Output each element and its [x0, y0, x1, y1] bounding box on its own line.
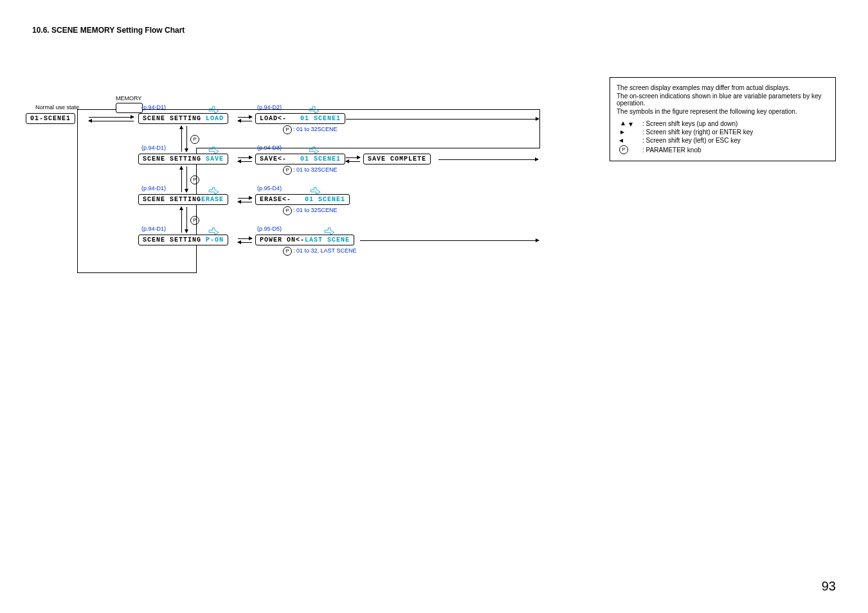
lcd-save-right: SAVE<- 01 SCENE1 — [255, 154, 345, 164]
arrow — [360, 240, 539, 241]
arrow — [181, 166, 182, 192]
legend-row-updown: : Screen shift keys (up and down) — [619, 120, 829, 127]
arrow — [238, 121, 252, 121]
p-knob-icon: P — [283, 206, 292, 215]
arrow — [186, 126, 187, 152]
lcd-text: POWER ON<- — [260, 236, 305, 244]
lcd-var: 01 SCENE1 — [305, 196, 345, 203]
legend-line2: The on-screen indications shown in blue … — [617, 93, 829, 107]
legend-row-p: P : PARAMETER knob — [619, 145, 829, 154]
ref-d1-load: (p.94-D1) — [141, 104, 166, 111]
arrow — [186, 166, 187, 192]
p-knob-icon: P — [190, 175, 199, 184]
arrow — [238, 161, 252, 162]
arrow-up-icon — [619, 121, 624, 127]
lcd-save-complete: SAVE COMPLETE — [363, 154, 431, 164]
lcd-text: SCENE SETTING — [143, 236, 206, 244]
arrow — [346, 119, 539, 120]
ref-d3: (p.94-D3) — [257, 145, 282, 151]
ref-d2: (p.94-D2) — [257, 104, 282, 111]
section-title: 10.6. SCENE MEMORY Setting Flow Chart — [32, 26, 836, 35]
memory-label: MEMORY — [116, 95, 141, 102]
lcd-text: SCENE SETTING — [143, 115, 206, 122]
legend-box: The screen display examples may differ f… — [610, 77, 836, 161]
p-knob-icon: P — [283, 125, 292, 134]
lcd-var: 01 SCENE1 — [300, 115, 341, 122]
ref-d1-pon: (p.94-D1) — [141, 226, 166, 232]
p-range: : 01 to 32SCENE — [293, 166, 338, 173]
p-range: : 01 to 32SCENE — [293, 207, 338, 213]
arrow — [89, 117, 134, 118]
lcd-var: 01 SCENE1 — [300, 155, 341, 163]
p-knob-icon: P — [190, 216, 199, 225]
arrow — [238, 198, 252, 199]
legend-text: : Screen shift key (left) or ESC key — [642, 137, 741, 144]
lcd-var: SAVE — [206, 155, 224, 163]
lcd-load-left: SCENE SETTING LOAD — [138, 113, 228, 124]
lcd-var: LAST SCENE — [305, 236, 350, 244]
arrow-down-icon — [627, 121, 632, 127]
p-knob-icon: P — [283, 166, 292, 175]
lcd-text: ERASE<- — [260, 196, 291, 203]
p-note-pon: P: 01 to 32, LAST SCENE — [283, 247, 356, 256]
lcd-load-right: LOAD<- 01 SCENE1 — [255, 113, 345, 124]
arrow — [238, 157, 252, 158]
p-note-load: P: 01 to 32SCENE — [283, 125, 338, 134]
lcd-text: LOAD<- — [260, 115, 287, 122]
arrow — [186, 207, 187, 233]
lcd-pon-left: SCENE SETTING P-ON — [138, 235, 228, 245]
p-knob-icon: P — [619, 145, 628, 154]
lcd-save-left: SCENE SETTING SAVE — [138, 154, 228, 164]
flowchart: Normal use state 01-SCENE1 MEMORY (p.94-… — [39, 77, 566, 283]
p-note-save: P: 01 to 32SCENE — [283, 166, 338, 175]
legend-list: : Screen shift keys (up and down) : Scre… — [617, 120, 829, 154]
frame-top-bottom — [196, 148, 540, 148]
legend-line3: The symbols in the figure represent the … — [617, 108, 829, 115]
ref-d4: (p.95-D4) — [257, 185, 282, 191]
lcd-pon-right: POWER ON<-LAST SCENE — [255, 235, 354, 245]
p-knob-icon: P — [283, 247, 292, 256]
frame-left-right — [196, 148, 197, 273]
ref-d1-save: (p.94-D1) — [141, 145, 166, 151]
legend-text: : PARAMETER knob — [642, 147, 701, 154]
arrow — [181, 207, 182, 233]
arrow — [439, 159, 538, 160]
lcd-erase-right: ERASE<- 01 SCENE1 — [255, 194, 350, 205]
arrow — [238, 242, 252, 243]
normal-use-label: Normal use state — [35, 104, 79, 111]
lcd-erase-left: SCENE SETTINGERASE — [138, 194, 228, 205]
legend-text: : Screen shift keys (up and down) — [642, 120, 737, 127]
lcd-text: SCENE SETTING — [143, 155, 206, 163]
arrow-left-icon — [619, 138, 624, 143]
legend-text: : Screen shift key (right) or ENTER key — [642, 129, 753, 136]
arrow — [89, 121, 134, 121]
ref-d1-erase: (p.94-D1) — [141, 185, 166, 191]
legend-row-right: : Screen shift key (right) or ENTER key — [619, 129, 829, 136]
p-knob-icon: P — [190, 135, 199, 144]
ref-d5: (p.95-D5) — [257, 226, 282, 232]
arrow — [181, 126, 182, 152]
legend-line1: The screen display examples may differ f… — [617, 84, 829, 91]
arrow-right-icon — [619, 130, 624, 135]
lcd-var: P-ON — [206, 236, 224, 244]
arrow — [238, 202, 252, 202]
p-note-erase: P: 01 to 32SCENE — [283, 206, 338, 215]
lcd-var: ERASE — [201, 196, 224, 203]
page-number: 93 — [822, 579, 836, 594]
arrow — [238, 238, 252, 239]
arrow — [346, 161, 360, 162]
start-lcd: 01-SCENE1 — [26, 113, 75, 124]
memory-button-icon — [116, 103, 143, 113]
legend-row-left: : Screen shift key (left) or ESC key — [619, 137, 829, 144]
lcd-text: SCENE SETTING — [143, 196, 201, 203]
p-range: : 01 to 32, LAST SCENE — [293, 247, 356, 254]
lcd-text: SAVE<- — [260, 155, 287, 163]
arrow — [238, 117, 252, 118]
p-range: : 01 to 32SCENE — [293, 126, 338, 132]
lcd-var: LOAD — [206, 115, 224, 122]
arrow — [346, 157, 360, 158]
